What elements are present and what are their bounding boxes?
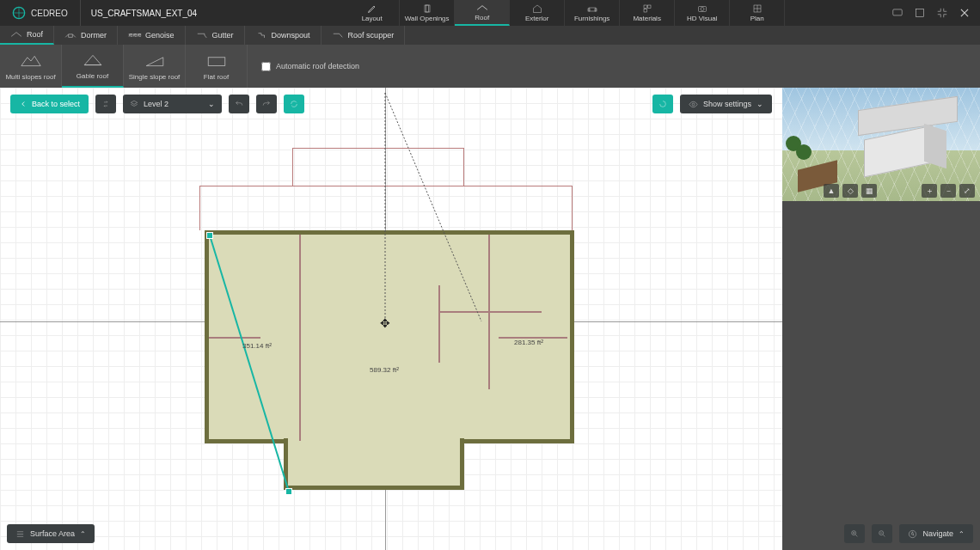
interior-wall xyxy=(438,285,440,363)
tool-gable-roof[interactable]: Gable roof xyxy=(62,45,124,88)
tab-wall-openings[interactable]: Wall Openings xyxy=(400,0,455,26)
bottom-right-controls: Navigate ⌃ xyxy=(844,524,973,543)
canvas-2d[interactable]: ✥ 351.14 ft² 589.32 ft² 281.35 ft² Back … xyxy=(0,88,782,550)
subtab-roof-scupper[interactable]: Roof scupper xyxy=(322,26,406,45)
svg-rect-12 xyxy=(893,9,903,15)
svg-rect-2 xyxy=(426,5,428,12)
gutter-icon xyxy=(196,31,208,40)
tab-exterior[interactable]: Exterior xyxy=(510,0,565,26)
refresh-button[interactable] xyxy=(284,95,304,113)
svg-rect-6 xyxy=(644,5,647,9)
interior-wall xyxy=(299,235,301,441)
dormer-icon xyxy=(64,31,77,40)
tool-multi-slopes-roof[interactable]: Multi slopes roof xyxy=(0,45,62,88)
tab-furnishings[interactable]: Furnishings xyxy=(565,0,620,26)
preview-fit-icon[interactable]: ⤢ xyxy=(959,184,975,198)
camera-icon xyxy=(696,3,708,14)
tab-label: Layout xyxy=(362,15,383,22)
chat-icon[interactable] xyxy=(891,6,904,20)
subtab-downspout[interactable]: Downspout xyxy=(245,26,322,45)
tab-label: Wall Openings xyxy=(405,15,450,22)
svg-rect-1 xyxy=(425,5,430,12)
close-icon[interactable] xyxy=(958,6,971,20)
sync-icon xyxy=(658,100,667,108)
3d-preview[interactable]: ▲ ◇ ▦ ＋ － ⤢ xyxy=(782,88,980,201)
auto-roof-detect[interactable]: Automatic roof detection xyxy=(248,45,373,88)
swap-button[interactable] xyxy=(95,95,116,113)
show-settings-button[interactable]: Show settings ⌄ xyxy=(680,95,772,113)
undo-button[interactable] xyxy=(229,95,249,113)
preview-house-side xyxy=(924,124,946,168)
chevron-down-icon: ⌄ xyxy=(756,100,763,108)
plan-icon xyxy=(751,3,763,14)
room-area-label: 351.14 ft² xyxy=(242,342,272,350)
redo-button[interactable] xyxy=(256,95,277,113)
navigate-button[interactable]: Navigate ⌃ xyxy=(899,524,973,543)
preview-zoom-out-icon[interactable]: － xyxy=(940,184,956,198)
preview-zoom-in-icon[interactable]: ＋ xyxy=(922,184,937,198)
tab-materials[interactable]: Materials xyxy=(620,0,675,26)
preview-walk-icon[interactable]: ▲ xyxy=(824,184,839,198)
subtab-gutter[interactable]: Gutter xyxy=(186,26,245,45)
roof-sub-tabs: Roof Dormer ≋≋≋ Genoise Gutter Downspout… xyxy=(0,26,980,45)
level-selector[interactable]: Level 2 ⌄ xyxy=(123,95,222,113)
arrow-left-icon xyxy=(19,100,28,108)
draw-vertex[interactable] xyxy=(285,488,292,495)
house-icon xyxy=(531,3,543,14)
tab-plan[interactable]: Plan xyxy=(730,0,785,26)
back-to-select-button[interactable]: Back to select xyxy=(10,95,89,113)
top-right-controls xyxy=(891,0,980,26)
multi-slope-icon xyxy=(19,52,43,70)
downspout-icon xyxy=(255,31,267,40)
move-cursor-icon: ✥ xyxy=(380,316,390,330)
svg-rect-7 xyxy=(647,5,651,9)
preview-tree xyxy=(796,144,812,160)
zoom-out-icon xyxy=(878,529,886,538)
subtab-label: Genoise xyxy=(145,31,175,40)
tab-hd-visual[interactable]: HD Visual xyxy=(675,0,730,26)
expand-icon[interactable] xyxy=(913,6,927,20)
redo-icon xyxy=(262,100,271,108)
tool-flat-roof[interactable]: Flat roof xyxy=(186,45,248,88)
brand-logo-icon xyxy=(12,6,26,20)
preview-orbit-icon[interactable]: ◇ xyxy=(842,184,858,198)
subtab-genoise[interactable]: ≋≋≋ Genoise xyxy=(118,26,186,45)
chevron-up-icon: ⌃ xyxy=(80,530,86,538)
tool-single-slope-roof[interactable]: Single slope roof xyxy=(124,45,186,88)
minimize-icon[interactable] xyxy=(935,6,949,20)
refresh-icon xyxy=(290,100,298,108)
auto-detect-checkbox[interactable] xyxy=(261,62,271,71)
tab-label: Plan xyxy=(750,15,764,22)
preview-zoom-tools: ＋ － ⤢ xyxy=(922,184,975,198)
subtab-label: Roof scupper xyxy=(348,31,395,40)
list-icon xyxy=(15,529,25,539)
surface-area-button[interactable]: Surface Area ⌃ xyxy=(7,524,95,543)
roof-outline-wide xyxy=(199,186,573,230)
subtab-dormer[interactable]: Dormer xyxy=(54,26,118,45)
show-settings-label: Show settings xyxy=(703,100,751,108)
project-name: US_CRAFTSMAN_EXT_04 xyxy=(81,0,207,26)
preview-top-icon[interactable]: ▦ xyxy=(861,184,877,198)
room-area-label: 281.35 ft² xyxy=(514,339,543,346)
undo-icon xyxy=(235,100,243,108)
back-label: Back to select xyxy=(32,100,80,108)
flat-roof-icon xyxy=(205,52,229,70)
roof-outline-upper xyxy=(292,148,464,186)
workspace: ✥ 351.14 ft² 589.32 ft² 281.35 ft² Back … xyxy=(0,88,980,550)
tab-layout[interactable]: Layout xyxy=(345,0,400,26)
sync-button[interactable] xyxy=(652,95,673,113)
interior-wall xyxy=(209,337,260,339)
tab-label: HD Visual xyxy=(687,15,717,22)
chevron-down-icon: ⌄ xyxy=(208,100,215,108)
main-tabs: Layout Wall Openings Roof Exterior Furni… xyxy=(345,0,785,26)
canvas-toolbar: Back to select Level 2 ⌄ Show settings ⌄ xyxy=(0,95,782,113)
roof-icon xyxy=(476,3,488,13)
subtab-roof[interactable]: Roof xyxy=(0,26,54,45)
tool-label: Multi slopes roof xyxy=(5,73,55,81)
room-area-label: 589.32 ft² xyxy=(370,366,399,374)
zoom-in-button[interactable] xyxy=(844,524,865,543)
tab-roof[interactable]: Roof xyxy=(455,0,510,26)
floor-plan-extension[interactable] xyxy=(284,438,464,490)
draw-vertex[interactable] xyxy=(206,232,213,239)
zoom-out-button[interactable] xyxy=(872,524,892,543)
